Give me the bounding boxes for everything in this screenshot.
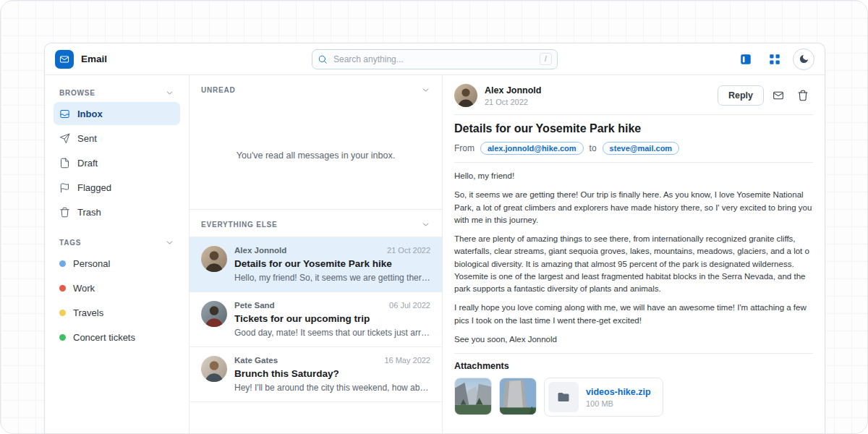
search-shortcut-key: / <box>540 53 552 65</box>
detail-sender-block: Alex Jonnold 21 Oct 2022 <box>485 85 541 106</box>
delete-button[interactable] <box>793 85 813 106</box>
email-snippet: Hello, my friend! So, it seems we are ge… <box>234 273 430 283</box>
sidebar-tag-concert-tickets[interactable]: Concert tickets <box>54 326 180 349</box>
email-snippet: Good day, mate! It seems that our ticket… <box>234 328 430 338</box>
folder-icon <box>548 382 579 412</box>
app-body: BROWSE Inbox Sent <box>45 75 825 433</box>
email-item-content: Kate Gates 16 May 2022 Brunch this Satur… <box>234 356 430 393</box>
reply-button[interactable]: Reply <box>718 85 764 106</box>
email-snippet: Hey! I'll be around the city this weeken… <box>234 383 430 393</box>
email-app-window: Email / <box>44 43 825 433</box>
email-body: Hello, my friend! So, it seems we are ge… <box>454 170 813 346</box>
sidebar-item-sent[interactable]: Sent <box>54 127 180 150</box>
email-item-content: Alex Jonnold 21 Oct 2022 Details for our… <box>234 246 430 283</box>
sidebar-item-flagged[interactable]: Flagged <box>54 176 180 199</box>
tags-section-label: TAGS <box>59 239 81 247</box>
tag-dot <box>59 285 66 292</box>
email-paragraph: See you soon, Alex Jonnold <box>454 333 813 346</box>
search-icon <box>318 54 328 64</box>
avatar <box>201 301 227 327</box>
email-title: Tickets for our upcoming trip <box>234 313 430 324</box>
tags-section-header[interactable]: TAGS <box>54 234 180 252</box>
attachment-file-info: videos-hike.zip 100 MB <box>586 387 651 408</box>
email-logo <box>55 50 74 69</box>
email-sender: Pete Sand <box>234 301 275 310</box>
sidebar-item-label: Sent <box>77 133 97 144</box>
unread-empty-message: You've read all messages in your inbox. <box>190 102 442 209</box>
attachments-row: videos-hike.zip 100 MB <box>454 378 813 417</box>
email-paragraph: There are plenty of amazing things to se… <box>454 233 813 295</box>
email-date: 21 Oct 2022 <box>387 246 430 255</box>
panel-icon <box>739 53 752 66</box>
search-bar: / <box>312 49 558 69</box>
attachment-photo-1[interactable] <box>454 378 492 415</box>
sidebar-item-label: Flagged <box>77 182 111 193</box>
envelope-icon <box>59 54 69 64</box>
mail-icon <box>773 90 784 101</box>
theme-toggle-button[interactable] <box>793 48 814 70</box>
email-title: Details for our Yosemite Park hike <box>234 258 430 269</box>
apps-grid-button[interactable] <box>764 48 786 70</box>
sidebar-item-label: Draft <box>77 158 98 169</box>
avatar <box>201 246 227 272</box>
email-item-content: Pete Sand 06 Jul 2022 Tickets for our up… <box>234 301 430 338</box>
email-date: 16 May 2022 <box>384 356 430 365</box>
panel-toggle-button[interactable] <box>735 48 757 70</box>
from-label: From <box>454 143 475 153</box>
attachments-label: Attachments <box>454 361 813 371</box>
sidebar: BROWSE Inbox Sent <box>45 75 190 433</box>
unread-section-header[interactable]: UNREAD <box>190 75 442 102</box>
inbox-icon <box>59 109 70 119</box>
trash-icon <box>797 90 809 101</box>
attachment-file-name: videos-hike.zip <box>586 387 651 397</box>
browse-section-header[interactable]: BROWSE <box>54 84 180 102</box>
email-date: 06 Jul 2022 <box>389 301 430 310</box>
header-actions <box>735 48 814 70</box>
detail-sender-name: Alex Jonnold <box>485 85 541 95</box>
sidebar-item-trash[interactable]: Trash <box>54 200 180 224</box>
draft-icon <box>59 158 70 169</box>
avatar <box>454 84 477 107</box>
flag-icon <box>59 182 70 193</box>
email-list: Alex Jonnold 21 Oct 2022 Details for our… <box>190 237 442 402</box>
app-header: Email / <box>45 43 825 75</box>
attachment-photo-2[interactable] <box>499 378 537 415</box>
from-email-chip[interactable]: alex.jonnold@hike.com <box>480 142 584 155</box>
unread-section-label: UNREAD <box>201 86 236 94</box>
tag-label: Travels <box>73 307 103 318</box>
detail-header: Alex Jonnold 21 Oct 2022 Reply <box>454 84 813 107</box>
search-input[interactable] <box>332 54 535 65</box>
email-list-item[interactable]: Alex Jonnold 21 Oct 2022 Details for our… <box>190 237 442 292</box>
everything-else-section-label: EVERYTHING ELSE <box>201 221 278 229</box>
tag-dot <box>59 310 66 316</box>
detail-actions: Reply <box>718 85 813 106</box>
to-email-chip[interactable]: steve@mail.com <box>603 142 680 155</box>
email-list-item[interactable]: Pete Sand 06 Jul 2022 Tickets for our up… <box>190 292 442 347</box>
sidebar-tag-personal[interactable]: Personal <box>54 252 180 275</box>
attachment-file[interactable]: videos-hike.zip 100 MB <box>544 378 663 417</box>
tag-dot <box>59 334 66 341</box>
email-detail-pane: Alex Jonnold 21 Oct 2022 Reply <box>443 75 825 433</box>
to-label: to <box>590 143 597 153</box>
email-subject: Details for our Yosemite Park hike <box>454 122 813 135</box>
sidebar-tag-work[interactable]: Work <box>54 276 180 299</box>
chevron-down-icon <box>421 85 430 95</box>
email-list-item[interactable]: Kate Gates 16 May 2022 Brunch this Satur… <box>190 347 442 402</box>
email-paragraph: So, it seems we are getting there! Our t… <box>454 189 813 226</box>
tag-dot <box>59 260 66 267</box>
brand: Email <box>55 50 107 69</box>
trash-icon <box>59 207 70 218</box>
from-to-row: From alex.jonnold@hike.com to steve@mail… <box>454 142 813 155</box>
grid-icon <box>768 53 781 66</box>
everything-else-section-header[interactable]: EVERYTHING ELSE <box>190 209 442 237</box>
desktop-background: Email / <box>0 0 868 434</box>
sidebar-item-draft[interactable]: Draft <box>54 151 180 174</box>
sidebar-item-inbox[interactable]: Inbox <box>54 102 180 125</box>
sidebar-tag-travels[interactable]: Travels <box>54 301 180 324</box>
mark-unread-button[interactable] <box>768 85 788 106</box>
browse-section-label: BROWSE <box>59 89 95 97</box>
avatar <box>201 356 227 382</box>
tags-group: TAGS Personal Work Travels <box>54 234 180 349</box>
sidebar-item-label: Trash <box>77 207 101 218</box>
divider <box>454 114 813 115</box>
